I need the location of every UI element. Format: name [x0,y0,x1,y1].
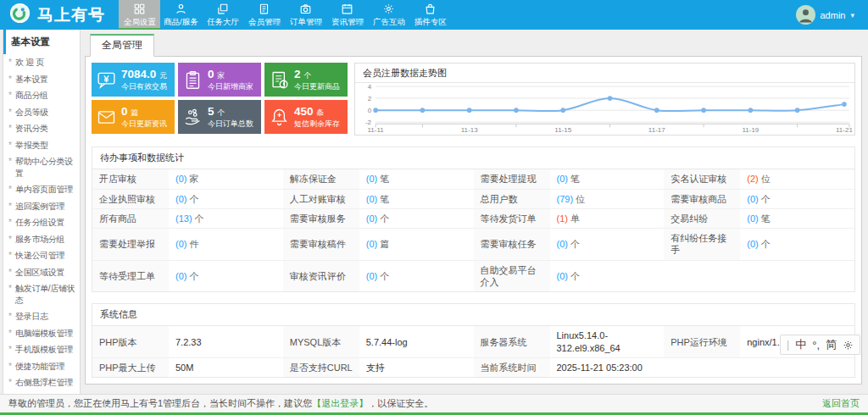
user-icon [175,3,187,15]
nav-item-2[interactable]: 任务大厅 [202,0,243,30]
todo-value: (0)个 [550,229,665,261]
todo-count-link[interactable]: (13) [175,213,192,224]
sidebar-item-12[interactable]: *全国区域设置 [3,264,80,281]
todo-count-link[interactable]: (1) [557,213,568,224]
stat-card-1[interactable]: 0 家今日新增商家 [178,63,261,97]
sidebar-item-label: 快递公司管理 [15,250,64,262]
sidebar-item-label: 右侧悬浮栏管理 [15,377,73,389]
sidebar-item-0[interactable]: *欢 迎 页 [3,54,80,71]
todo-count-link[interactable]: (0) [557,271,568,281]
ime-punctuation-toggle[interactable]: °, [812,339,820,351]
nav-item-7[interactable]: 插件专区 [409,0,451,30]
sidebar-item-5[interactable]: *举报类型 [3,137,80,154]
gear-icon [382,3,395,15]
user-menu[interactable]: admin ▾ [796,0,868,30]
todo-label: 需要审核商品 [664,189,740,208]
bullet-icon: * [8,328,14,340]
sidebar-item-9[interactable]: *任务分组设置 [3,214,80,231]
svg-text:11-21: 11-21 [836,126,853,134]
sidebar-item-label: 手机版模板管理 [15,344,73,356]
todo-label: 需要审核任务 [474,229,550,261]
bullet-icon: * [8,344,14,356]
todo-count-link[interactable]: (0) [175,239,186,249]
sidebar-title: 基本设置 [3,30,80,54]
ime-charset-toggle[interactable]: 简 [826,337,837,352]
bullet-icon: * [8,311,14,323]
sidebar-item-1[interactable]: *基本设置 [3,71,80,88]
sidebar-item-4[interactable]: *资讯分类 [3,120,80,137]
todo-label: 企业执照审核 [92,189,169,208]
back-to-home-link[interactable]: 返回首页 [822,397,860,410]
stat-card-5[interactable]: 450 条短信剩余库存 [264,100,348,134]
todo-count-link[interactable]: (0) [366,194,377,204]
todo-count-link[interactable]: (79) [557,194,574,204]
todo-count-link[interactable]: (0) [366,239,377,249]
svg-text:11-15: 11-15 [554,126,571,134]
todo-count-link[interactable]: (0) [366,174,377,184]
nav-item-0[interactable]: 全局设置 [119,0,160,30]
sidebar-item-8[interactable]: *追回案例管理 [3,198,80,215]
logo[interactable]: 马上有号 [0,0,119,30]
tab-global-management[interactable]: 全局管理 [90,34,154,57]
sidebar-item-3[interactable]: *会员等级 [3,104,80,121]
nav-item-1[interactable]: 商品/服务 [160,0,202,30]
sidebar-item-10[interactable]: *服务市场分组 [3,231,80,248]
sidebar-item-13[interactable]: *触发订单/店铺状态 [3,280,80,308]
todo-count-link[interactable]: (0) [175,194,186,204]
calendar-icon [341,3,353,15]
sidebar-item-6[interactable]: *帮助中心分类设置 [3,153,80,181]
stat-card-4[interactable]: 5 个今日订单总数 [178,100,261,134]
svg-text:4: 4 [368,83,372,91]
ime-settings-gear-icon[interactable] [843,340,854,351]
sidebar-item-14[interactable]: *登录日志 [3,308,80,325]
svg-text:11-11: 11-11 [367,126,384,134]
bullet-icon: * [8,140,14,152]
stat-card-3[interactable]: 0 篇今日更新资讯 [92,100,175,134]
sidebar-item-17[interactable]: *便捷功能管理 [3,358,80,375]
nav-item-5[interactable]: 资讯管理 [326,0,368,30]
todo-label: 实名认证审核 [664,169,740,189]
todo-count-link[interactable]: (2) [747,174,758,184]
sidebar-item-15[interactable]: *电脑端模板管理 [3,325,80,342]
sidebar-item-18[interactable]: *右侧悬浮栏管理 [3,374,80,391]
footer-message-suffix: ，以保证安全。 [368,398,433,408]
sysinfo-label: 当前系统时间 [474,357,550,377]
user-name: admin [821,10,846,20]
todo-count-link[interactable]: (0) [175,271,186,281]
nav-item-6[interactable]: 广告互动 [368,0,409,30]
todo-section-title: 待办事项和数据统计 [92,147,854,169]
todo-count-link[interactable]: (0) [747,194,758,204]
logout-link[interactable]: 【退出登录】 [312,398,368,408]
todo-count-link[interactable]: (0) [557,174,568,184]
stat-card-2[interactable]: 2 个今日更新商品 [264,63,348,97]
sidebar-item-16[interactable]: *手机版模板管理 [3,341,80,358]
nav-item-4[interactable]: 订单管理 [285,0,326,30]
todo-label: 总用户数 [474,189,550,208]
todo-value: (0)件 [169,229,283,261]
stat-card-0[interactable]: 7084.0 元今日有效交易 [92,63,175,97]
sysinfo-value: 5.7.44-log [359,326,474,357]
ime-language-toggle[interactable]: 中 [795,337,806,352]
ime-drag-handle[interactable]: | [787,339,789,351]
sidebar: 基本设置 *欢 迎 页*基本设置*商品分组*会员等级*资讯分类*举报类型*帮助中… [3,30,81,396]
stat-label: 短信剩余库存 [294,119,340,129]
todo-count-link[interactable]: (0) [747,213,758,224]
stat-value: 0 家 [208,68,253,82]
todo-label: 所有商品 [92,208,169,228]
sidebar-item-11[interactable]: *快递公司管理 [3,247,80,264]
sysinfo-label: PHP最大上传 [92,357,169,377]
sidebar-item-2[interactable]: *商品分组 [3,87,80,104]
todo-row: 等待受理工单(0)个审核资讯评价(0)个自助交易平台介入(0)个 [92,260,854,291]
todo-count-link[interactable]: (0) [175,174,186,184]
sidebar-item-label: 资讯分类 [15,123,48,135]
todo-count-link[interactable]: (0) [366,213,377,224]
todo-count-link[interactable]: (0) [557,239,568,249]
bullet-icon: * [8,123,14,135]
sidebar-item-label: 服务市场分组 [15,234,64,246]
todo-label: 解冻保证金 [283,169,359,189]
todo-count-link[interactable]: (0) [366,271,377,281]
nav-item-3[interactable]: 会员管理 [243,0,285,30]
sidebar-item-7[interactable]: *单内容页面管理 [3,181,80,198]
sidebar-item-label: 举报类型 [15,140,48,152]
todo-count-link[interactable]: (0) [747,239,758,249]
